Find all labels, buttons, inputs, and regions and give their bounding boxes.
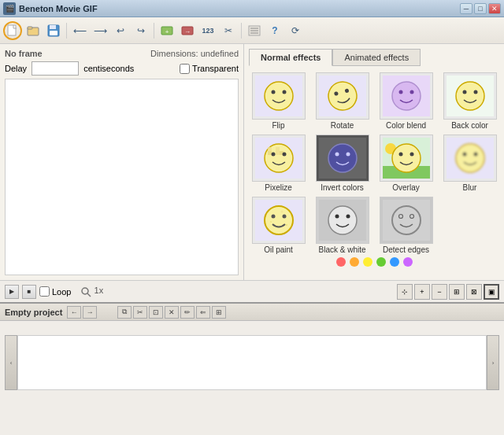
svg-rect-35 (280, 147, 284, 151)
timeline-nav-next[interactable]: ⊞ (212, 306, 226, 319)
svg-point-57 (265, 206, 293, 234)
svg-point-55 (473, 153, 477, 157)
effect-oilpaint[interactable]: Oil paint (249, 197, 308, 254)
effect-flip[interactable]: Flip (249, 72, 308, 130)
toolbar-import[interactable]: + (158, 21, 176, 40)
timeline-header: Empty project ← → ⧉ ✂ ⊡ ✕ ✏ ⇐ ⊞ (0, 304, 504, 321)
toolbar-undo[interactable]: ↩ (111, 21, 130, 40)
dot-green[interactable] (376, 257, 386, 267)
toolbar-help[interactable]: ? (265, 21, 284, 40)
svg-point-49 (392, 144, 421, 172)
svg-text:+: + (165, 28, 169, 35)
svg-point-66 (346, 215, 350, 219)
delay-text: Delay (5, 64, 27, 73)
toolbar-export[interactable]: → (178, 21, 197, 40)
svg-point-51 (410, 153, 413, 157)
delay-input[interactable] (32, 61, 79, 76)
dot-purple[interactable] (403, 257, 413, 267)
effects-tabs: Normal effects Animated effects (249, 49, 499, 66)
timeline-fwd[interactable]: → (83, 306, 97, 319)
effect-thumb-invert (316, 135, 369, 182)
effect-label-blur: Blur (463, 183, 477, 192)
delay-row: Delay centiseconds Transparent (5, 61, 239, 76)
toolbar-refresh[interactable]: ⟳ (286, 21, 305, 40)
close-button[interactable]: ✕ (488, 3, 501, 14)
titlebar: 🎬 Beneton Movie GIF ─ □ ✕ (0, 0, 504, 17)
stop-button[interactable]: ■ (22, 285, 36, 299)
nav-view-mode[interactable]: ▣ (484, 284, 499, 300)
timeline-title: Empty project (5, 308, 62, 317)
toolbar-nav-fwd[interactable]: ⟶ (91, 21, 109, 40)
minimize-button[interactable]: ─ (460, 3, 472, 14)
effect-backcolor[interactable]: Back color (440, 72, 499, 130)
effect-thumb-backcolor (443, 72, 497, 120)
nav-delete-frame[interactable]: ⊠ (466, 284, 482, 300)
effect-label-bw: Black & white (318, 245, 365, 254)
timeline-nav: ← → (67, 306, 97, 319)
svg-point-27 (456, 82, 484, 110)
svg-rect-0 (8, 25, 16, 35)
effect-thumb-overlay (380, 135, 433, 182)
svg-point-17 (282, 90, 286, 94)
effect-invert[interactable]: Invert colors (313, 135, 372, 192)
timeline-frames (17, 335, 487, 390)
svg-point-65 (335, 215, 339, 219)
zoom-value: 1x (94, 286, 104, 295)
effects-grid: Flip Rotate (249, 72, 499, 254)
effect-colorblend[interactable]: Color blend (376, 72, 435, 130)
toolbar-redo[interactable]: ↪ (132, 21, 150, 40)
play-button[interactable]: ▶ (5, 285, 19, 299)
tab-animated-effects[interactable]: Animated effects (332, 49, 421, 66)
toolbar-cut[interactable]: ✂ (219, 21, 238, 40)
svg-point-40 (271, 153, 275, 157)
timeline-scroll-right[interactable]: › (487, 335, 499, 390)
toolbar-save[interactable] (44, 21, 63, 40)
nav-add-frame[interactable]: ⊞ (449, 284, 465, 300)
timeline-copy[interactable]: ⧉ (117, 306, 132, 319)
effect-blur[interactable]: Blur (440, 135, 499, 192)
toolbar-nav-back[interactable]: ⟵ (70, 21, 89, 40)
sep3 (241, 23, 242, 39)
effect-edges[interactable]: Detect edges (376, 197, 435, 254)
timeline-delete[interactable]: ✕ (165, 306, 179, 319)
window-title: Beneton Movie GIF (19, 4, 460, 13)
nav-zoom-out[interactable]: − (432, 284, 447, 300)
effect-pixelize[interactable]: Pixelize (249, 135, 308, 192)
dimensions-label: Dimensions: undefined (150, 49, 239, 58)
svg-point-45 (346, 153, 350, 157)
maximize-button[interactable]: □ (474, 3, 487, 14)
left-panel: No frame Dimensions: undefined Delay cen… (0, 44, 244, 280)
timeline-move[interactable]: ✏ (180, 306, 195, 319)
tab-normal-effects[interactable]: Normal effects (249, 49, 332, 66)
timeline-nav-prev[interactable]: ⇐ (196, 306, 210, 319)
nav-zoom-in[interactable]: + (414, 284, 430, 300)
toolbar-new[interactable] (3, 21, 22, 40)
toolbar-open[interactable] (24, 21, 43, 40)
effect-bw[interactable]: Black & white (313, 197, 372, 254)
nav-select[interactable]: ⊹ (397, 284, 413, 300)
transparent-check: Transparent (180, 64, 239, 74)
effect-overlay[interactable]: Overlay (376, 135, 435, 192)
toolbar-counter[interactable]: 123 (198, 21, 217, 40)
toolbar-list[interactable] (245, 21, 264, 40)
dot-orange[interactable] (350, 257, 359, 267)
effect-rotate[interactable]: Rotate (313, 72, 372, 130)
effect-thumb-pixelize (252, 135, 306, 182)
svg-point-64 (328, 206, 357, 234)
timeline-paste[interactable]: ⊡ (149, 306, 163, 319)
svg-rect-4 (50, 25, 56, 29)
transparent-checkbox[interactable] (180, 64, 190, 74)
dot-yellow[interactable] (363, 257, 372, 267)
svg-point-54 (462, 153, 466, 157)
effect-thumb-bw (316, 197, 369, 244)
effect-thumb-blur (443, 135, 497, 182)
dot-blue[interactable] (390, 257, 399, 267)
timeline-scroll-left[interactable]: ‹ (5, 335, 17, 390)
loop-checkbox[interactable] (39, 286, 50, 297)
timeline-cut[interactable]: ✂ (133, 306, 147, 319)
timeline-back[interactable]: ← (67, 306, 81, 319)
svg-point-24 (398, 90, 402, 94)
dot-red[interactable] (336, 257, 346, 267)
frame-label: No frame (5, 49, 43, 58)
effect-label-pixelize: Pixelize (265, 183, 291, 192)
